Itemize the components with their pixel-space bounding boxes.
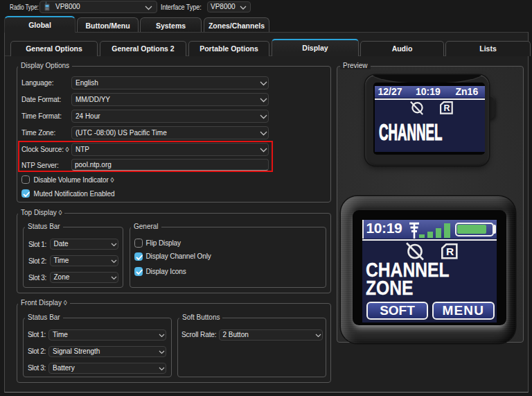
svg-text:R: R [446,246,454,257]
svg-text:R: R [443,103,450,113]
